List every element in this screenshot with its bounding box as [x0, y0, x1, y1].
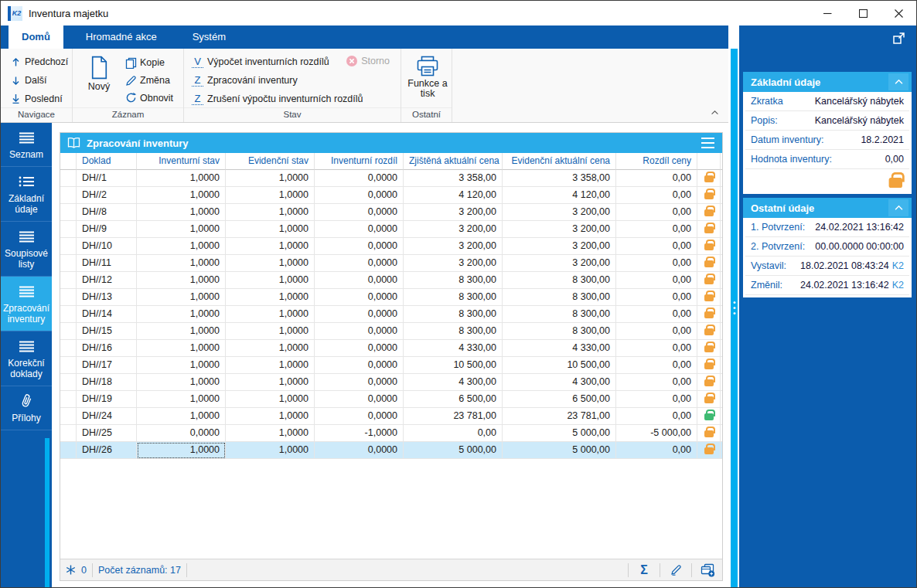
cell-evidencni-cena[interactable]: 4 330,00 [503, 340, 616, 357]
cell-inventurni-rozdil[interactable]: 0,0000 [315, 187, 404, 204]
field-value[interactable]: 24.02.2021 13:16:42 [800, 280, 889, 291]
quick-edit-button[interactable] [666, 564, 686, 576]
cell-inventurni-rozdil[interactable]: 0,0000 [315, 170, 404, 187]
cell-inventurni-rozdil[interactable]: 0,0000 [315, 442, 404, 459]
cell-doklad[interactable]: DH//24 [77, 408, 137, 425]
collapse-button[interactable] [888, 73, 908, 90]
cell-inventurni-stav[interactable]: 1,0000 [137, 306, 226, 323]
cell-selector[interactable] [60, 442, 77, 459]
card-header[interactable]: Základní údaje [743, 72, 912, 92]
cell-selector[interactable] [60, 272, 77, 289]
cell-evidencni-stav[interactable]: 1,0000 [226, 442, 315, 459]
cell-inventurni-rozdil[interactable]: 0,0000 [315, 306, 404, 323]
cell-evidencni-stav[interactable]: 1,0000 [226, 306, 315, 323]
maximize-button[interactable] [845, 1, 881, 25]
field-value[interactable]: 18.02.2021 08:43:24 [800, 260, 889, 271]
cell-inventurni-rozdil[interactable]: 0,0000 [315, 391, 404, 408]
sum-button[interactable]: Σ [634, 564, 654, 576]
cell-zjistena-cena[interactable]: 3 358,00 [404, 170, 503, 187]
cell-zjistena-cena[interactable]: 10 500,00 [404, 357, 503, 374]
cell-evidencni-stav[interactable]: 1,0000 [226, 238, 315, 255]
cell-evidencni-stav[interactable]: 1,0000 [226, 374, 315, 391]
previous-button[interactable]: Předchozí [5, 53, 67, 71]
table-row[interactable]: DH//11,00001,00000,00003 358,003 358,000… [60, 170, 722, 187]
cell-inventurni-stav[interactable]: 1,0000 [137, 289, 226, 306]
cell-inventurni-rozdil[interactable]: -1,0000 [315, 425, 404, 442]
tab-hromadne-akce[interactable]: Hromadné akce [73, 25, 170, 49]
cell-selector[interactable] [60, 238, 77, 255]
column-header-inventurni-rozdil[interactable]: Inventurní rozdíl [315, 153, 404, 170]
next-button[interactable]: Další [5, 71, 67, 90]
cell-selector[interactable] [60, 306, 77, 323]
table-row[interactable]: DH//131,00001,00000,00008 300,008 300,00… [60, 289, 722, 306]
grid-menu-button[interactable] [697, 136, 718, 150]
cell-selector[interactable] [60, 204, 77, 221]
zpracovani-inventury-button[interactable]: ZZpracování inventury [189, 71, 396, 90]
cell-selector[interactable] [60, 408, 77, 425]
cell-doklad[interactable]: DH//10 [77, 238, 137, 255]
cell-evidencni-stav[interactable]: 1,0000 [226, 255, 315, 272]
cell-doklad[interactable]: DH//1 [77, 170, 137, 187]
table-row[interactable]: DH//141,00001,00000,00008 300,008 300,00… [60, 306, 722, 323]
cell-inventurni-stav[interactable]: 1,0000 [137, 442, 226, 459]
cell-selector[interactable] [60, 221, 77, 238]
edit-button[interactable]: Změna [121, 72, 176, 90]
cell-rozdil-ceny[interactable]: 0,00 [616, 289, 697, 306]
cell-rozdil-ceny[interactable]: 0,00 [616, 323, 697, 340]
cell-doklad[interactable]: DH//14 [77, 306, 137, 323]
cell-rozdil-ceny[interactable]: 0,00 [616, 204, 697, 221]
cell-inventurni-stav[interactable]: 1,0000 [137, 238, 226, 255]
cell-evidencni-stav[interactable]: 1,0000 [226, 187, 315, 204]
table-row[interactable]: DH//111,00001,00000,00003 200,003 200,00… [60, 255, 722, 272]
refresh-button[interactable]: Obnovit [121, 89, 176, 107]
ribbon-collapse-button[interactable] [711, 104, 719, 118]
cell-inventurni-stav[interactable]: 1,0000 [137, 272, 226, 289]
cell-inventurni-rozdil[interactable]: 0,0000 [315, 221, 404, 238]
cell-evidencni-stav[interactable]: 1,0000 [226, 391, 315, 408]
cell-zjistena-cena[interactable]: 23 781,00 [404, 408, 503, 425]
cell-evidencni-stav[interactable]: 1,0000 [226, 204, 315, 221]
cell-rozdil-ceny[interactable]: 0,00 [616, 374, 697, 391]
table-row[interactable]: DH//181,00001,00000,00004 300,004 300,00… [60, 374, 722, 391]
panel-splitter[interactable] [731, 49, 738, 587]
cell-evidencni-cena[interactable]: 3 200,00 [503, 204, 616, 221]
cell-inventurni-stav[interactable]: 1,0000 [137, 323, 226, 340]
cell-inventurni-stav[interactable]: 1,0000 [137, 374, 226, 391]
cell-evidencni-stav[interactable]: 1,0000 [226, 221, 315, 238]
cell-zjistena-cena[interactable]: 8 300,00 [404, 323, 503, 340]
cell-doklad[interactable]: DH//11 [77, 255, 137, 272]
cell-inventurni-rozdil[interactable]: 0,0000 [315, 272, 404, 289]
cell-evidencni-cena[interactable]: 3 200,00 [503, 221, 616, 238]
cell-rozdil-ceny[interactable]: 0,00 [616, 442, 697, 459]
cell-zjistena-cena[interactable]: 0,00 [404, 425, 503, 442]
table-row[interactable]: DH//191,00001,00000,00006 500,006 500,00… [60, 391, 722, 408]
cell-doklad[interactable]: DH//19 [77, 391, 137, 408]
cell-inventurni-rozdil[interactable]: 0,0000 [315, 238, 404, 255]
cell-inventurni-rozdil[interactable]: 0,0000 [315, 374, 404, 391]
open-in-window-button[interactable] [891, 31, 906, 49]
cell-inventurni-stav[interactable]: 1,0000 [137, 357, 226, 374]
minimize-button[interactable] [810, 1, 845, 25]
cell-inventurni-stav[interactable]: 1,0000 [137, 170, 226, 187]
cell-zjistena-cena[interactable]: 8 300,00 [404, 272, 503, 289]
cell-rozdil-ceny[interactable]: 0,00 [616, 238, 697, 255]
column-header-rozdil-ceny[interactable]: Rozdíl ceny [616, 153, 697, 170]
table-row[interactable]: DH//161,00001,00000,00004 330,004 330,00… [60, 340, 722, 357]
cell-inventurni-stav[interactable]: 1,0000 [137, 340, 226, 357]
cell-evidencni-cena[interactable]: 3 200,00 [503, 255, 616, 272]
field-value[interactable]: Kancelářský nábytek [815, 96, 904, 107]
cell-doklad[interactable]: DH//16 [77, 340, 137, 357]
cell-doklad[interactable]: DH//26 [77, 442, 137, 459]
cell-inventurni-rozdil[interactable]: 0,0000 [315, 357, 404, 374]
cell-evidencni-stav[interactable]: 1,0000 [226, 272, 315, 289]
functions-print-button[interactable]: Funkce a tisk [406, 53, 449, 99]
cell-rozdil-ceny[interactable]: 0,00 [616, 170, 697, 187]
table-row[interactable]: DH//101,00001,00000,00003 200,003 200,00… [60, 238, 722, 255]
column-header-doklad[interactable]: Doklad [77, 153, 137, 170]
table-row[interactable]: DH//81,00001,00000,00003 200,003 200,000… [60, 204, 722, 221]
field-value[interactable]: 00.00.0000 00:00:00 [815, 241, 904, 252]
table-row[interactable]: DH//171,00001,00000,000010 500,0010 500,… [60, 357, 722, 374]
cell-evidencni-cena[interactable]: 8 300,00 [503, 272, 616, 289]
cell-zjistena-cena[interactable]: 6 500,00 [404, 391, 503, 408]
cell-evidencni-stav[interactable]: 1,0000 [226, 357, 315, 374]
